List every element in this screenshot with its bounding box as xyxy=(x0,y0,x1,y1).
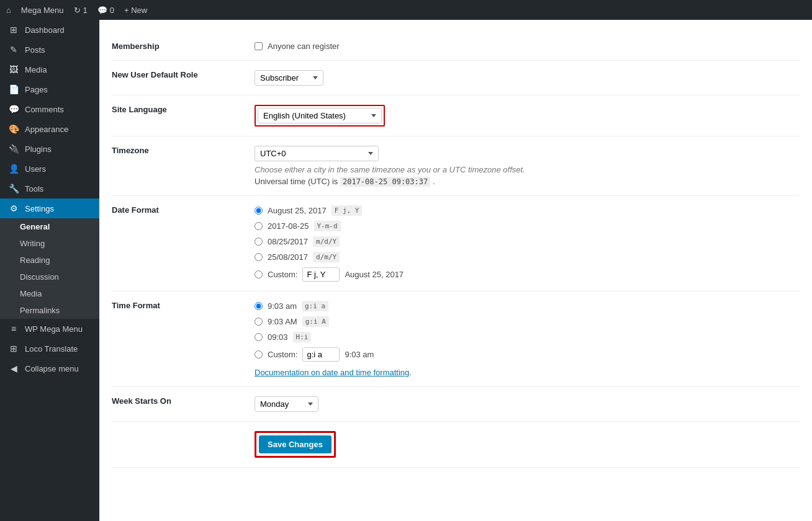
sidebar-subitem-discussion[interactable]: Discussion xyxy=(0,269,99,285)
time-format-badge-1: g:i a xyxy=(302,301,328,311)
week-starts-select[interactable]: Sunday Monday Tuesday Wednesday Thursday… xyxy=(255,396,318,412)
time-format-radio-custom[interactable] xyxy=(255,350,263,358)
date-format-option-2: 2017-08-25 Y-m-d xyxy=(255,221,793,231)
new-user-role-row: New User Default Role Subscriber Contrib… xyxy=(112,61,800,96)
sidebar-item-appearance[interactable]: 🎨 Appearance xyxy=(0,119,99,139)
date-format-display-2: 2017-08-25 xyxy=(268,221,309,231)
doc-link-period: . xyxy=(409,368,412,377)
sidebar-item-tools[interactable]: 🔧 Tools xyxy=(0,179,99,198)
settings-content: Membership Anyone can register New User … xyxy=(99,20,812,521)
membership-row: Membership Anyone can register xyxy=(112,32,800,61)
date-format-option-3: 08/25/2017 m/d/Y xyxy=(255,236,793,247)
timezone-description: Choose either a city in the same timezon… xyxy=(255,165,793,174)
date-format-custom-input[interactable] xyxy=(302,267,340,282)
timezone-select[interactable]: UTC+0 UTC+1 UTC+2 UTC-5 UTC-8 xyxy=(255,146,379,161)
admin-bar-comments[interactable]: 💬 0 xyxy=(97,6,114,15)
sidebar-item-wp-mega-menu[interactable]: ≡ WP Mega Menu xyxy=(0,319,99,339)
sidebar-item-loco-translate[interactable]: ⊞ Loco Translate xyxy=(0,339,99,358)
time-format-options: 9:03 am g:i a 9:03 AM g:i A xyxy=(255,301,793,362)
sidebar-label-dashboard: Dashboard xyxy=(25,25,65,35)
save-row: Save Changes xyxy=(112,422,800,468)
time-format-radio-3[interactable] xyxy=(255,333,263,341)
sidebar-subitem-general[interactable]: General xyxy=(0,218,99,235)
tools-icon: 🔧 xyxy=(7,184,20,194)
sidebar-subitem-reading[interactable]: Reading xyxy=(0,252,99,269)
time-format-radio-2[interactable] xyxy=(255,318,263,326)
pages-icon: 📄 xyxy=(7,84,20,94)
sidebar-item-media[interactable]: 🖼 Media xyxy=(0,60,99,79)
date-format-radio-1[interactable] xyxy=(255,207,263,215)
time-format-display-custom: Custom: xyxy=(268,350,297,359)
users-icon: 👤 xyxy=(7,164,20,174)
date-format-badge-2: Y-m-d xyxy=(314,221,341,231)
date-format-options: August 25, 2017 F j, Y 2017-08-25 Y-m-d xyxy=(255,205,793,282)
admin-bar: ⌂ Mega Menu ↻ 1 💬 0 + New xyxy=(0,0,812,20)
site-language-select[interactable]: English (United States) English (UK) Fra… xyxy=(258,108,382,123)
date-format-radio-2[interactable] xyxy=(255,222,263,230)
sidebar-label-loco: Loco Translate xyxy=(25,344,78,354)
date-format-badge-3: m/d/Y xyxy=(313,236,340,247)
time-format-option-1: 9:03 am g:i a xyxy=(255,301,793,311)
membership-checkbox-label: Anyone can register xyxy=(268,42,340,51)
sidebar-subitem-permalinks[interactable]: Permalinks xyxy=(0,302,99,319)
time-format-display-3: 09:03 xyxy=(268,332,288,342)
new-user-role-label: New User Default Role xyxy=(112,61,248,96)
site-language-row: Site Language English (United States) En… xyxy=(112,96,800,136)
sidebar-item-settings[interactable]: ⚙ Settings xyxy=(0,198,99,218)
sidebar-item-pages[interactable]: 📄 Pages xyxy=(0,79,99,99)
membership-checkbox[interactable] xyxy=(255,42,263,50)
timezone-row: Timezone UTC+0 UTC+1 UTC+2 UTC-5 UTC-8 C… xyxy=(112,136,800,196)
site-name: Mega Menu xyxy=(21,6,64,15)
dashboard-icon: ⊞ xyxy=(7,25,20,35)
time-format-radio-1[interactable] xyxy=(255,302,263,310)
date-format-badge-1: F j, Y xyxy=(332,205,363,216)
sidebar-label-collapse: Collapse menu xyxy=(25,364,79,373)
admin-bar-logo[interactable]: ⌂ xyxy=(6,6,11,15)
admin-bar-site[interactable]: Mega Menu xyxy=(21,6,64,15)
sidebar-item-plugins[interactable]: 🔌 Plugins xyxy=(0,139,99,159)
new-user-role-select[interactable]: Subscriber Contributor Author Editor Adm… xyxy=(255,70,323,86)
time-format-badge-2: g:i A xyxy=(302,316,329,327)
sidebar-subitem-writing[interactable]: Writing xyxy=(0,235,99,252)
sidebar-label-tools: Tools xyxy=(25,184,43,194)
time-format-display-1: 9:03 am xyxy=(268,301,297,311)
comments-icon: 💬 xyxy=(97,6,107,15)
utc-period: . xyxy=(433,177,435,186)
date-format-radio-4[interactable] xyxy=(255,253,263,261)
save-changes-button[interactable]: Save Changes xyxy=(259,435,332,453)
date-format-custom-preview: August 25, 2017 xyxy=(345,270,404,279)
date-format-label: Date Format xyxy=(112,196,248,292)
sidebar-label-users: Users xyxy=(25,164,46,174)
collapse-icon: ◀ xyxy=(7,363,20,373)
sidebar-label-comments: Comments xyxy=(25,105,64,114)
date-format-radio-3[interactable] xyxy=(255,238,263,246)
utc-value: 2017-08-25 09:03:37 xyxy=(340,177,430,187)
settings-table: Membership Anyone can register New User … xyxy=(112,32,800,468)
site-language-label: Site Language xyxy=(112,96,248,136)
sidebar-item-comments[interactable]: 💬 Comments xyxy=(0,99,99,119)
week-starts-label: Week Starts On xyxy=(112,387,248,422)
settings-submenu: General Writing Reading Discussion Media… xyxy=(0,218,99,319)
sidebar-item-posts[interactable]: ✎ Posts xyxy=(0,40,99,60)
posts-icon: ✎ xyxy=(7,45,20,55)
sidebar-item-users[interactable]: 👤 Users xyxy=(0,159,99,179)
date-format-display-custom: Custom: xyxy=(268,270,297,279)
date-format-badge-4: d/m/Y xyxy=(313,252,340,262)
sidebar-item-collapse[interactable]: ◀ Collapse menu xyxy=(0,358,99,378)
content-area: Membership Anyone can register New User … xyxy=(99,20,812,521)
sidebar-subitem-media[interactable]: Media xyxy=(0,285,99,302)
doc-link[interactable]: Documentation on date and time formattin… xyxy=(255,368,409,377)
plugins-icon: 🔌 xyxy=(7,144,20,154)
time-format-display-2: 9:03 AM xyxy=(268,317,297,326)
date-format-radio-custom[interactable] xyxy=(255,270,263,278)
sidebar-item-dashboard[interactable]: ⊞ Dashboard xyxy=(0,20,99,40)
time-format-custom-input[interactable] xyxy=(302,347,340,362)
membership-checkbox-row: Anyone can register xyxy=(255,42,793,51)
time-format-label: Time Format xyxy=(112,292,248,387)
date-format-option-custom: Custom: August 25, 2017 xyxy=(255,267,793,282)
time-format-row: Time Format 9:03 am g:i a 9:0 xyxy=(112,292,800,387)
admin-bar-updates[interactable]: ↻ 1 xyxy=(74,6,88,15)
admin-bar-new[interactable]: + New xyxy=(124,6,147,15)
comments-sidebar-icon: 💬 xyxy=(7,104,20,114)
sidebar-label-posts: Posts xyxy=(25,45,45,55)
